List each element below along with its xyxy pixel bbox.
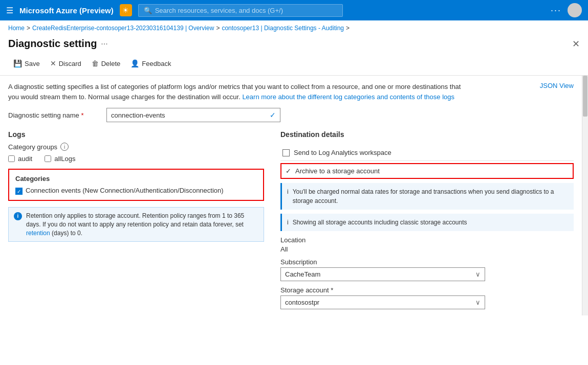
learn-more-link[interactable]: Learn more about the different log categ… bbox=[242, 93, 454, 101]
breadcrumb-sep-1: > bbox=[27, 25, 30, 32]
alllogs-checkbox[interactable] bbox=[45, 155, 51, 162]
setting-name-label: Diagnostic setting name * bbox=[8, 111, 100, 119]
alllogs-label: allLogs bbox=[54, 155, 75, 163]
location-label: Location bbox=[280, 236, 574, 244]
archive-option-highlighted: ✓ Archive to a storage account bbox=[280, 163, 574, 179]
showing-info-icon: i bbox=[287, 218, 289, 227]
discard-icon: ✕ bbox=[50, 59, 56, 67]
hamburger-icon[interactable]: ☰ bbox=[6, 6, 13, 15]
connection-events-label: Connection events (New Connection/Authen… bbox=[26, 187, 224, 194]
search-icon: 🔍 bbox=[144, 7, 152, 14]
storage-required-marker: * bbox=[331, 286, 333, 294]
subscription-value: CacheTeam bbox=[285, 270, 320, 278]
setting-name-input[interactable]: connection-events ✓ bbox=[106, 108, 280, 122]
page-header: Diagnostic setting ··· ✕ bbox=[0, 36, 588, 54]
destination-section: Destination details Send to Log Analytic… bbox=[280, 130, 574, 309]
showing-info-box: i Showing all storage accounts including… bbox=[280, 214, 574, 231]
location-value: All bbox=[280, 245, 574, 253]
checkbox-group: audit allLogs bbox=[8, 155, 264, 163]
app-title: Microsoft Azure (Preview) bbox=[19, 6, 114, 15]
feedback-button[interactable]: 👤 Feedback bbox=[125, 57, 176, 70]
audit-label: audit bbox=[18, 155, 32, 163]
charge-info-box: i You'll be charged normal data rates fo… bbox=[280, 183, 574, 210]
close-button[interactable]: ✕ bbox=[572, 38, 580, 50]
azure-icon: ☀ bbox=[120, 4, 132, 16]
categories-box: Categories ✓ Connection events (New Conn… bbox=[8, 169, 264, 201]
connection-events-checkbox[interactable]: ✓ bbox=[15, 188, 23, 195]
connection-events-item: ✓ Connection events (New Connection/Auth… bbox=[15, 187, 257, 195]
search-input[interactable] bbox=[155, 7, 337, 14]
save-button[interactable]: 💾 Save bbox=[8, 57, 45, 70]
subscription-chevron: ∨ bbox=[475, 270, 481, 278]
discard-button[interactable]: ✕ Discard bbox=[45, 57, 86, 70]
info-icon[interactable]: i bbox=[60, 143, 69, 151]
charge-info-icon: i bbox=[287, 187, 289, 206]
top-nav: ☰ Microsoft Azure (Preview) ☀ 🔍 ··· bbox=[0, 0, 588, 20]
archive-checkbox[interactable]: ✓ bbox=[286, 167, 291, 175]
log-analytics-checkbox[interactable] bbox=[282, 149, 290, 156]
location-field: Location All bbox=[280, 236, 574, 253]
title-ellipsis[interactable]: ··· bbox=[101, 39, 107, 49]
delete-label: Delete bbox=[101, 60, 121, 67]
subscription-label: Subscription bbox=[280, 258, 574, 266]
setting-name-field: Diagnostic setting name * connection-eve… bbox=[8, 108, 574, 122]
alllogs-checkbox-item[interactable]: allLogs bbox=[45, 155, 75, 163]
required-marker: * bbox=[81, 111, 83, 119]
json-view-link[interactable]: JSON View bbox=[540, 82, 574, 89]
check-icon: ✓ bbox=[270, 111, 276, 119]
delete-icon: 🗑 bbox=[92, 59, 99, 67]
delete-button[interactable]: 🗑 Delete bbox=[86, 57, 126, 70]
breadcrumb-create-redis[interactable]: CreateRedisEnterprise-contosoper13-20230… bbox=[32, 25, 214, 32]
breadcrumb-sep-3: > bbox=[346, 25, 350, 32]
retention-info-text: Retention only applies to storage accoun… bbox=[26, 212, 258, 237]
categories-title: Categories bbox=[15, 175, 257, 182]
storage-account-field: Storage account * contosostpr ∨ bbox=[280, 286, 574, 309]
subscription-field: Subscription CacheTeam ∨ bbox=[280, 258, 574, 281]
audit-checkbox-item[interactable]: audit bbox=[8, 155, 32, 163]
category-groups-row: Category groups i bbox=[8, 143, 264, 151]
log-analytics-option: Send to Log Analytics workspace bbox=[280, 145, 574, 161]
storage-account-value: contosostpr bbox=[285, 299, 319, 306]
more-options-icon[interactable]: ··· bbox=[551, 5, 561, 16]
showing-info-text: Showing all storage accounts including c… bbox=[293, 218, 467, 227]
save-label: Save bbox=[25, 60, 40, 67]
storage-chevron: ∨ bbox=[475, 299, 481, 306]
audit-checkbox[interactable] bbox=[8, 155, 15, 162]
scrollbar[interactable] bbox=[582, 76, 588, 315]
retention-link[interactable]: retention bbox=[26, 230, 50, 237]
charge-info-text: You'll be charged normal data rates for … bbox=[293, 187, 569, 206]
search-bar[interactable]: 🔍 bbox=[138, 4, 343, 17]
category-groups-label: Category groups bbox=[8, 143, 57, 151]
subscription-select[interactable]: CacheTeam ∨ bbox=[280, 267, 485, 281]
storage-account-select[interactable]: contosostpr ∨ bbox=[280, 295, 485, 309]
storage-account-label: Storage account * bbox=[280, 286, 574, 294]
logs-section: Logs Category groups i audit allLogs bbox=[8, 130, 264, 309]
breadcrumb: Home > CreateRedisEnterprise-contosoper1… bbox=[0, 20, 588, 36]
retention-info-box: i Retention only applies to storage acco… bbox=[8, 207, 264, 242]
description-text: A diagnostic setting specifies a list of… bbox=[8, 82, 469, 102]
destination-title: Destination details bbox=[280, 130, 574, 139]
scrollbar-thumb[interactable] bbox=[583, 76, 587, 117]
discard-label: Discard bbox=[59, 60, 81, 67]
info-circle-icon: i bbox=[14, 212, 22, 220]
toolbar: 💾 Save ✕ Discard 🗑 Delete 👤 Feedback bbox=[0, 54, 588, 76]
breadcrumb-home[interactable]: Home bbox=[8, 25, 25, 32]
log-analytics-label: Send to Log Analytics workspace bbox=[294, 149, 391, 156]
page-title: Diagnostic setting bbox=[8, 38, 97, 50]
feedback-label: Feedback bbox=[142, 60, 171, 67]
scroll-container: JSON View A diagnostic setting specifies… bbox=[0, 76, 588, 315]
content-area: JSON View A diagnostic setting specifies… bbox=[0, 76, 582, 315]
breadcrumb-sep-2: > bbox=[216, 25, 220, 32]
breadcrumb-contosoper[interactable]: contosoper13 | Diagnostic Settings - Aud… bbox=[222, 25, 344, 32]
two-column-layout: Logs Category groups i audit allLogs bbox=[8, 130, 574, 309]
archive-label: Archive to a storage account bbox=[295, 167, 380, 175]
save-icon: 💾 bbox=[13, 59, 22, 67]
avatar[interactable] bbox=[568, 3, 582, 17]
feedback-icon: 👤 bbox=[130, 59, 139, 67]
logs-title: Logs bbox=[8, 130, 264, 139]
